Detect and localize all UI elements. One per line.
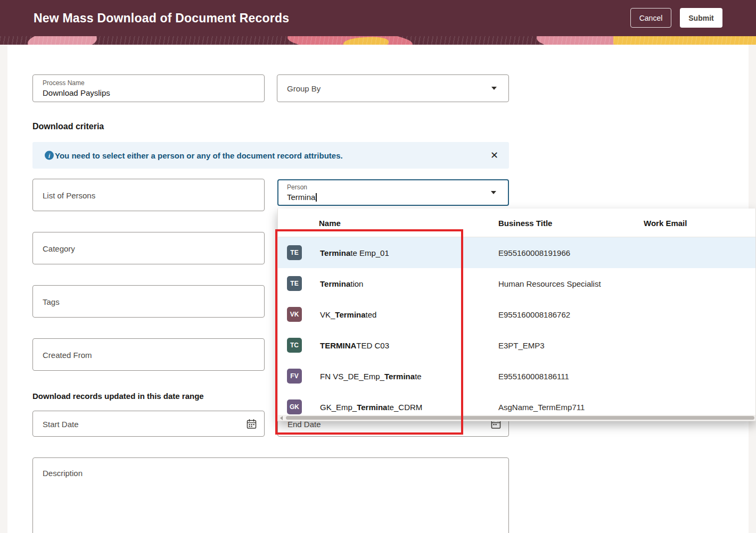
column-header-work-email: Work Email: [644, 218, 687, 227]
person-option-business-title: E955160008186111: [498, 372, 569, 381]
start-date-label: Start Date: [43, 419, 79, 428]
person-results-dropdown: Name Business Title Work Email TE Termin…: [277, 209, 756, 421]
avatar-initials: TE: [290, 280, 298, 287]
cancel-button[interactable]: Cancel: [630, 8, 671, 28]
start-date-field[interactable]: Start Date: [32, 411, 265, 437]
dropdown-rows: TE Terminate Emp_01 E955160008191966 TE …: [278, 237, 755, 415]
banner-shape: [613, 36, 756, 45]
person-input-value: Termina: [287, 193, 317, 202]
created-from-field[interactable]: Created From: [32, 338, 265, 371]
person-option-name: FN VS_DE_Emp_Terminate: [320, 372, 422, 381]
column-header-business-title: Business Title: [498, 218, 552, 227]
banner-shape: [27, 36, 98, 45]
person-combobox[interactable]: Person Termina: [277, 179, 509, 206]
person-option-row[interactable]: TE Terminate Emp_01 E955160008191966: [278, 237, 755, 268]
group-by-label: Group By: [287, 84, 321, 93]
list-of-persons-label: List of Persons: [43, 190, 95, 199]
description-label: Description: [43, 469, 83, 478]
category-label: Category: [43, 244, 75, 253]
app-header: New Mass Download of Document Records Ca…: [0, 0, 756, 36]
download-criteria-heading: Download criteria: [32, 122, 104, 131]
group-by-select[interactable]: Group By: [277, 74, 509, 102]
avatar-initials: FV: [290, 372, 298, 380]
person-option-name: Terminate Emp_01: [320, 248, 389, 257]
person-option-row[interactable]: TC TERMINATED C03 E3PT_EMP3: [278, 330, 755, 361]
person-option-row[interactable]: GK GK_Emp_Terminate_CDRM AsgName_TermEmp…: [278, 392, 755, 415]
decorative-banner: [0, 36, 756, 45]
page-title: New Mass Download of Document Records: [34, 11, 289, 26]
tags-field[interactable]: Tags: [32, 285, 265, 318]
chevron-down-icon: [491, 87, 497, 90]
info-message: You need to select either a person or an…: [55, 151, 343, 160]
scrollbar-thumb[interactable]: [286, 416, 754, 420]
person-option-business-title: Human Resources Specialist: [498, 279, 601, 288]
banner-shape: [536, 36, 631, 45]
person-option-row[interactable]: VK VK_Terminated E955160008186762: [278, 299, 755, 330]
person-label: Person: [287, 184, 307, 191]
avatar: FV: [287, 369, 302, 384]
avatar-initials: GK: [290, 403, 299, 411]
person-option-row[interactable]: FV FN VS_DE_Emp_Terminate E9551600081861…: [278, 361, 755, 392]
category-field[interactable]: Category: [32, 232, 265, 264]
process-name-label: Process Name: [43, 79, 85, 87]
submit-button[interactable]: Submit: [680, 8, 722, 28]
info-icon: i: [45, 151, 54, 160]
person-option-name: VK_Terminated: [320, 310, 376, 319]
avatar-initials: TE: [290, 249, 298, 256]
avatar: TC: [287, 338, 302, 353]
avatar: GK: [287, 399, 302, 414]
person-option-business-title: E955160008191966: [498, 248, 570, 257]
banner-shape: [287, 36, 413, 45]
avatar: TE: [287, 276, 302, 291]
person-option-business-title: E955160008186762: [498, 310, 570, 319]
avatar: TE: [287, 245, 302, 260]
person-option-row[interactable]: TE Termination Human Resources Specialis…: [278, 268, 755, 299]
text-cursor: [316, 193, 317, 202]
person-option-name: Termination: [320, 279, 363, 288]
description-field[interactable]: Description: [32, 457, 509, 533]
close-icon[interactable]: ✕: [490, 151, 498, 160]
person-option-business-title: E3PT_EMP3: [498, 341, 545, 350]
person-option-name: GK_Emp_Terminate_CDRM: [320, 403, 422, 412]
person-option-name: TERMINATED C03: [320, 341, 389, 350]
date-range-heading: Download records updated in this date ra…: [32, 392, 204, 401]
list-of-persons-field[interactable]: List of Persons: [32, 179, 265, 211]
process-name-value: Download Payslips: [43, 88, 110, 97]
chevron-down-icon[interactable]: [491, 191, 496, 194]
avatar: VK: [287, 307, 302, 322]
person-typed-text: Termina: [287, 193, 315, 202]
created-from-label: Created From: [43, 350, 92, 359]
calendar-icon[interactable]: [246, 419, 257, 429]
page: New Mass Download of Document Records Ca…: [0, 0, 756, 533]
person-option-business-title: AsgName_TermEmp711: [498, 403, 585, 412]
scroll-left-arrow-icon[interactable]: [280, 416, 283, 420]
dropdown-header-row: Name Business Title Work Email: [278, 209, 755, 237]
avatar-initials: TC: [290, 342, 299, 349]
banner-shape: [343, 36, 389, 45]
avatar-initials: VK: [290, 311, 299, 318]
tags-label: Tags: [43, 297, 60, 306]
info-banner: i You need to select either a person or …: [32, 142, 509, 169]
dropdown-horizontal-scrollbar: [278, 415, 755, 421]
process-name-field[interactable]: Process Name Download Payslips: [32, 74, 265, 102]
column-header-name: Name: [319, 218, 341, 227]
